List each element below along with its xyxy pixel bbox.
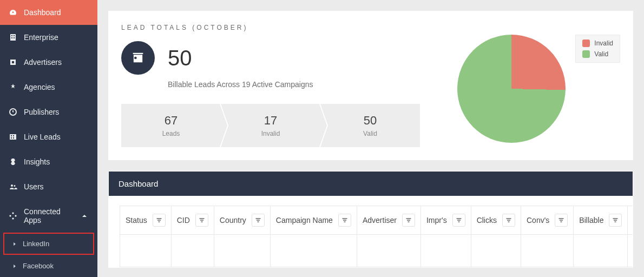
table-column-header: Reven [628, 206, 633, 235]
filter-icon [199, 217, 205, 223]
table-header-row: StatusCIDCountryCampaign NameAdvertiserI… [120, 206, 633, 235]
stat-invalid-label: Invalid [261, 130, 280, 137]
stat-valid-label: Valid [363, 130, 377, 137]
chevron-right-icon [12, 263, 17, 269]
sidebar-item-live-leads[interactable]: Live Leads [0, 124, 97, 149]
lead-totals-card: LEAD TOTALS (OCTOBER) 50 Billable Leads … [108, 11, 633, 160]
users-icon [9, 182, 17, 191]
sidebar-subitem-label: Facebook [23, 262, 54, 270]
stat-invalid-value: 17 [264, 114, 277, 128]
column-filter-button[interactable] [452, 214, 465, 227]
table-cell [628, 235, 633, 267]
agencies-icon [9, 83, 17, 91]
table-column-header: Impr's [420, 206, 471, 235]
filter-icon [341, 217, 348, 223]
enterprise-icon [9, 33, 17, 42]
legend-invalid-swatch [582, 39, 590, 47]
sidebar-item-publishers[interactable]: Publishers [0, 100, 97, 124]
column-label: Campaign Name [276, 216, 333, 225]
filter-icon [156, 217, 162, 223]
table-column-header: CID [171, 206, 214, 235]
table-column-header: Advertiser [357, 206, 420, 235]
sidebar-item-agencies[interactable]: Agencies [0, 75, 97, 100]
column-label: Conv's [527, 216, 549, 225]
legend-valid-swatch [582, 50, 590, 58]
dashboard-table-section: Dashboard StatusCIDCountryCampaign NameA… [108, 171, 633, 268]
stat-leads-value: 67 [165, 114, 178, 128]
billable-leads-number: 50 [168, 46, 192, 70]
table-column-header: Conv's [521, 206, 573, 235]
dashboard-icon [9, 8, 17, 17]
column-filter-button[interactable] [252, 214, 265, 227]
sidebar-item-users[interactable]: Users [0, 174, 97, 199]
sidebar-item-label: Connected Apps [24, 207, 74, 225]
legend-valid-label: Valid [594, 50, 608, 58]
column-filter-button[interactable] [402, 214, 415, 227]
sidebar-subitem-facebook[interactable]: Facebook [0, 255, 97, 277]
column-label: Clicks [477, 216, 497, 225]
filter-icon [612, 217, 619, 223]
chevron-right-icon [12, 241, 17, 247]
column-label: CID [177, 216, 190, 225]
table-cell [270, 235, 357, 267]
column-filter-button[interactable] [195, 214, 208, 227]
sidebar-item-label: Agencies [24, 83, 55, 91]
table-column-header: Clicks [471, 206, 521, 235]
column-label: Billable [579, 216, 603, 225]
table-column-header: Status [120, 206, 172, 235]
insights-icon [9, 157, 17, 166]
legend-invalid-label: Invalid [594, 39, 613, 47]
sidebar-item-advertisers[interactable]: Advertisers [0, 50, 97, 75]
stat-leads: 67 Leads [121, 104, 221, 147]
table-cell [574, 235, 628, 267]
table-column-header: Campaign Name [270, 206, 357, 235]
publishers-icon [9, 108, 17, 116]
stat-valid-value: 50 [364, 114, 377, 128]
leads-id-icon [121, 41, 155, 75]
main-content: LEAD TOTALS (OCTOBER) 50 Billable Leads … [97, 0, 644, 277]
sidebar-item-enterprise[interactable]: Enterprise [0, 25, 97, 50]
table-title-bar: Dashboard [109, 172, 633, 196]
table-cell [420, 235, 471, 267]
column-label: Country [220, 216, 246, 225]
table-cell [521, 235, 573, 267]
filter-icon [405, 217, 412, 223]
advertisers-icon [9, 58, 17, 67]
stat-leads-label: Leads [162, 130, 180, 137]
sidebar-item-label: Dashboard [24, 8, 61, 17]
table-column-header: Country [214, 206, 270, 235]
stat-invalid: 17 Invalid [221, 104, 320, 147]
sidebar-subitem-linkedin[interactable]: LinkedIn [3, 233, 94, 255]
sidebar-item-label: Publishers [24, 108, 59, 116]
live-leads-icon [9, 133, 17, 141]
sidebar-item-connected-apps[interactable]: Connected Apps [0, 199, 97, 233]
sidebar-item-label: Live Leads [24, 133, 61, 141]
table-cell [214, 235, 270, 267]
sidebar-item-label: Enterprise [24, 33, 58, 42]
table-title: Dashboard [119, 179, 158, 188]
table-cell [357, 235, 420, 267]
column-filter-button[interactable] [338, 214, 351, 227]
sidebar-item-insights[interactable]: Insights [0, 149, 97, 174]
card-title: LEAD TOTALS (OCTOBER) [121, 24, 620, 31]
chevron-up-icon [80, 212, 89, 220]
column-filter-button[interactable] [555, 214, 568, 227]
sidebar: Dashboard Enterprise Advertisers Agencie… [0, 0, 97, 277]
chart-legend: Invalid Valid [575, 35, 620, 63]
filter-icon [255, 217, 261, 223]
lead-stats-breakdown: 67 Leads 17 Invalid 50 Valid [121, 104, 420, 147]
sidebar-item-label: Insights [24, 157, 50, 166]
legend-invalid: Invalid [582, 39, 613, 47]
column-filter-button[interactable] [153, 214, 166, 227]
legend-valid: Valid [582, 50, 613, 58]
filter-icon [558, 217, 564, 223]
billable-leads-subline: Billable Leads Across 19 Active Campaign… [168, 80, 420, 89]
sidebar-item-dashboard[interactable]: Dashboard [0, 0, 97, 25]
connected-apps-submenu: LinkedIn Facebook [0, 233, 97, 277]
table-cell [471, 235, 521, 267]
table-cell [120, 235, 172, 267]
column-filter-button[interactable] [609, 214, 622, 227]
column-filter-button[interactable] [502, 214, 515, 227]
column-label: Impr's [426, 216, 447, 225]
filter-icon [505, 217, 512, 223]
